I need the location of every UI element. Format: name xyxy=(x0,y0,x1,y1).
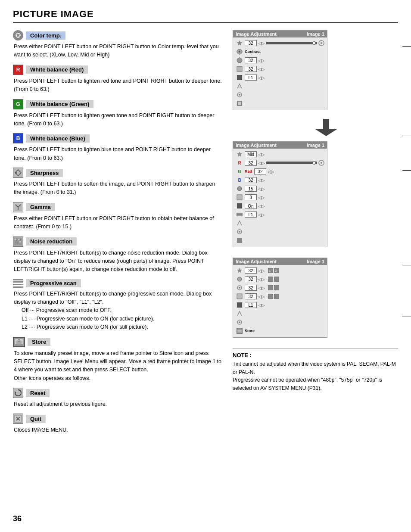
p3-store-icon xyxy=(236,328,243,334)
p2r4-value: 32 xyxy=(245,177,257,183)
section-header-wb-blue: B White balance (Blue) xyxy=(13,133,224,143)
panel2-body: Mid ◁▷ R 32 ◁▷ xyxy=(233,149,327,247)
p2r2-icon: R xyxy=(236,161,243,165)
note-section: NOTE : Tint cannot be adjusted when the … xyxy=(233,348,398,392)
panel1-row-extra3 xyxy=(236,100,324,107)
panel1-row-brightness: 32 ◁▷ xyxy=(236,39,324,47)
svg-point-44 xyxy=(321,162,322,164)
img-icon-4 xyxy=(274,277,279,282)
p1r1-slider xyxy=(266,42,317,44)
sharpness-text: Press POINT LEFT button to soften the im… xyxy=(14,180,224,197)
svg-rect-18 xyxy=(20,240,21,240)
panel1: Image Adjustment Image 1 32 ◁▷ xyxy=(233,30,327,110)
panel3-group: Image Adjustment Image 1 32 ◁▷ xyxy=(233,258,398,341)
img-icon-1: 1 xyxy=(268,268,273,273)
p2-ex3-icon xyxy=(236,237,243,243)
svg-rect-16 xyxy=(19,241,21,243)
p3-row4: 32 ◁▷ xyxy=(236,292,324,300)
left-column: Color temp. Press either POINT LEFT butt… xyxy=(13,30,224,440)
p2r5-value: 15 xyxy=(245,186,257,192)
progressive-sub2: L1 ···· Progressive scan mode to ON (for… xyxy=(22,315,224,323)
panel1-tab: Image 1 xyxy=(307,31,324,37)
svg-rect-61 xyxy=(274,277,279,282)
section-quit: Quit Closes IMAGE MENU. xyxy=(13,414,224,434)
section-white-balance-blue: B White balance (Blue) Press POINT LEFT … xyxy=(13,133,224,162)
arrow-down-icon xyxy=(315,119,337,136)
wb-red-icon: R xyxy=(13,65,23,75)
panel1-title: Image Adjustment xyxy=(236,31,277,37)
quit-icon xyxy=(13,414,23,424)
panel1-row-extra2 xyxy=(236,91,324,99)
p2-top-hline xyxy=(402,136,411,136)
p3-row-store: Store xyxy=(236,327,324,335)
section-header-quit: Quit xyxy=(13,414,224,424)
img-icon-3 xyxy=(268,277,273,282)
gamma-label: Gamma xyxy=(26,203,55,211)
p2r3-value: 32 xyxy=(254,168,266,174)
panel3: Image Adjustment Image 1 32 ◁▷ xyxy=(233,258,327,338)
p3-store-annot-line: Store icon Press SELECT button at this i… xyxy=(402,314,411,335)
panel2: Image Adjustment Image 1 Mid ◁▷ xyxy=(233,141,327,247)
p2r2-value: 32 xyxy=(245,160,257,166)
p3r5-icon xyxy=(236,302,243,308)
sharpness-label: Sharpness xyxy=(26,169,63,177)
svg-rect-14 xyxy=(18,239,19,240)
svg-marker-41 xyxy=(315,129,337,136)
p2-row-G: G Red 32 ◁▷ xyxy=(236,168,324,175)
svg-rect-40 xyxy=(323,119,329,129)
store-icon xyxy=(13,337,25,347)
page-number-container: 36 xyxy=(13,514,22,523)
svg-text:☀: ☀ xyxy=(238,50,241,54)
color-temp-label: Color temp. xyxy=(26,31,65,40)
quit-label: Quit xyxy=(26,415,46,423)
p3r2-value: 32 xyxy=(245,276,257,282)
line1 xyxy=(13,279,23,280)
wb-blue-text: Press POINT LEFT button to lighten blue … xyxy=(14,146,224,162)
svg-point-29 xyxy=(321,42,322,44)
p1r3-icon xyxy=(236,57,243,63)
section-header-store: Store xyxy=(13,337,224,347)
arrow-down-block xyxy=(254,119,398,136)
note-line1: Tint cannot be adjusted when the video s… xyxy=(233,360,398,376)
p1r1-slider-dot xyxy=(312,41,316,45)
svg-point-45 xyxy=(237,187,242,191)
panel3-tab: Image 1 xyxy=(307,259,324,264)
p3-store-hline xyxy=(402,317,411,317)
svg-rect-39 xyxy=(238,102,241,105)
p1-contrast-text: Contrast xyxy=(245,50,261,54)
p3r6-icon xyxy=(236,311,243,317)
note-title: NOTE : xyxy=(233,352,398,358)
panel2-title: Image Adjustment xyxy=(236,143,277,148)
svg-rect-12 xyxy=(15,239,16,240)
svg-marker-54 xyxy=(237,268,242,273)
panel1-body: 32 ◁▷ ☀ xyxy=(233,37,327,110)
p2-row-mid: Mid ◁▷ xyxy=(236,150,324,158)
p2-row-ex2 xyxy=(236,228,324,236)
p2-row-square: 8 ◁▷ xyxy=(236,193,324,201)
p2r8-icon xyxy=(236,212,243,217)
p3r1-arrows: ◁▷ xyxy=(258,268,265,273)
p1r5-value: L1 xyxy=(245,75,257,81)
svg-point-37 xyxy=(239,94,240,96)
section-header-wb-red: R White balance (Red) xyxy=(13,65,224,75)
svg-rect-21 xyxy=(16,341,22,344)
p2r3-arrows: ◁▷ xyxy=(268,169,274,174)
p1r4-arrows: ◁▷ xyxy=(258,67,265,72)
panel1-group: Image Adjustment Image 1 32 ◁▷ xyxy=(233,30,398,114)
section-header-sharpness: Sharpness xyxy=(13,168,224,178)
sharpness-icon xyxy=(13,168,23,178)
section-header-color-temp: Color temp. xyxy=(13,30,224,40)
svg-point-63 xyxy=(239,287,240,289)
svg-text:2: 2 xyxy=(275,269,277,273)
p3r3-image-icons xyxy=(268,285,279,290)
p2-row-ex3 xyxy=(236,236,324,244)
p2-annot-line: Press POINT LEFT/RIGHT buttons to adjust… xyxy=(402,167,411,182)
gamma-icon xyxy=(13,202,23,212)
p1r3-value: 32 xyxy=(245,57,257,63)
section-header-noise: Noise reduction xyxy=(13,236,224,247)
section-reset: Reset Reset all adjustment to previous f… xyxy=(13,388,224,408)
p2r1-value: Mid xyxy=(245,151,257,157)
svg-rect-47 xyxy=(237,203,242,208)
svg-rect-17 xyxy=(17,243,18,243)
p2r3-red-label: Red xyxy=(245,169,252,174)
